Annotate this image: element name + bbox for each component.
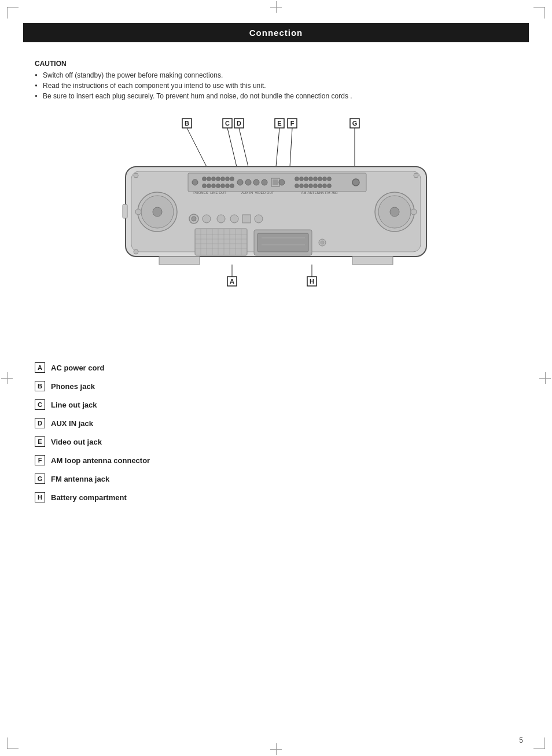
legend-item-H: H Battery compartment (35, 492, 517, 502)
page-number: 5 (519, 736, 523, 744)
svg-point-32 (212, 177, 216, 181)
svg-point-98 (321, 241, 324, 244)
svg-text:C: C (225, 120, 230, 127)
caution-section: CAUTION Switch off (standby) the power b… (35, 60, 517, 100)
svg-point-59 (295, 184, 299, 188)
legend-text-C: Line out jack (51, 401, 97, 409)
svg-point-101 (414, 173, 418, 178)
caution-list: Switch off (standby) the power before ma… (35, 71, 517, 100)
diagram-svg: B C D E F G (91, 118, 461, 303)
svg-point-27 (411, 209, 417, 215)
svg-point-100 (134, 249, 138, 254)
svg-point-31 (207, 177, 211, 181)
svg-point-74 (192, 216, 196, 221)
legend-badge-E: E (35, 436, 45, 447)
svg-line-14 (290, 128, 292, 167)
svg-text:PHONES: PHONES (193, 191, 208, 194)
svg-point-62 (309, 184, 313, 188)
legend-text-B: Phones jack (51, 382, 95, 391)
svg-point-47 (262, 179, 267, 185)
legend-item-F: F AM loop antenna connector (35, 455, 517, 465)
svg-text:B: B (185, 120, 189, 127)
legend-item-E: E Video out jack (35, 436, 517, 447)
svg-point-56 (318, 177, 322, 181)
svg-point-99 (134, 173, 138, 178)
legend-badge-D: D (35, 418, 45, 428)
cross-mark-left (1, 372, 13, 384)
svg-rect-80 (195, 229, 247, 255)
svg-point-34 (221, 177, 225, 181)
svg-point-44 (237, 179, 243, 185)
svg-text:VIDEO OUT: VIDEO OUT (255, 191, 274, 194)
legend-item-B: B Phones jack (35, 381, 517, 391)
svg-point-35 (226, 177, 230, 181)
svg-point-65 (323, 184, 327, 188)
legend-text-G: FM antenna jack (51, 475, 109, 483)
svg-point-22 (153, 207, 162, 216)
svg-point-76 (217, 215, 225, 223)
caution-heading: CAUTION (35, 60, 517, 68)
svg-text:AM-ANTENNA-FM 75Ω: AM-ANTENNA-FM 75Ω (301, 191, 338, 194)
svg-point-42 (226, 184, 230, 188)
connection-diagram: B C D E F G (91, 118, 461, 304)
caution-item-2: Read the instructions of each component … (35, 82, 517, 90)
corner-mark-tl (7, 7, 19, 19)
svg-point-40 (216, 184, 220, 188)
svg-rect-78 (242, 215, 251, 223)
legend-text-E: Video out jack (51, 438, 102, 446)
svg-text:D: D (237, 120, 241, 127)
svg-rect-102 (123, 204, 127, 218)
svg-text:A: A (230, 278, 234, 285)
legend-section: A AC power cord B Phones jack C Line out… (35, 362, 517, 502)
legend-text-A: AC power cord (51, 364, 104, 372)
svg-point-36 (230, 177, 234, 181)
svg-line-8 (239, 128, 248, 167)
svg-point-26 (390, 207, 399, 216)
corner-mark-tr (533, 7, 545, 19)
svg-point-53 (304, 177, 308, 181)
legend-item-C: C Line out jack (35, 399, 517, 410)
svg-rect-94 (257, 233, 308, 252)
legend-badge-B: B (35, 381, 45, 391)
legend-badge-H: H (35, 492, 45, 502)
legend-text-F: AM loop antenna connector (51, 456, 150, 465)
svg-point-37 (203, 184, 207, 188)
cross-mark-bottom (270, 743, 282, 755)
legend-badge-C: C (35, 399, 45, 410)
legend-item-D: D AUX IN jack (35, 418, 517, 428)
caution-item-1: Switch off (standby) the power before ma… (35, 71, 517, 79)
caution-item-3: Be sure to insert each plug securely. To… (35, 92, 517, 100)
svg-point-75 (203, 215, 211, 223)
page-title: Connection (23, 23, 529, 42)
svg-text:LINE OUT: LINE OUT (210, 191, 226, 194)
legend-badge-G: G (35, 474, 45, 484)
svg-point-55 (314, 177, 318, 181)
svg-rect-104 (352, 256, 393, 265)
corner-mark-bl (7, 737, 19, 749)
svg-point-41 (221, 184, 225, 188)
svg-point-43 (230, 184, 234, 188)
cross-mark-right (539, 372, 551, 384)
svg-point-51 (295, 177, 299, 181)
svg-text:AUX IN: AUX IN (241, 191, 253, 194)
svg-point-54 (309, 177, 313, 181)
corner-mark-br (533, 737, 545, 749)
svg-rect-49 (273, 179, 278, 185)
svg-point-33 (216, 177, 220, 181)
svg-point-61 (304, 184, 308, 188)
legend-badge-F: F (35, 455, 45, 465)
svg-line-5 (227, 128, 237, 167)
svg-point-67 (352, 179, 359, 186)
svg-point-63 (314, 184, 318, 188)
svg-text:E: E (277, 120, 281, 127)
svg-point-60 (300, 184, 304, 188)
svg-point-66 (327, 184, 332, 188)
svg-point-50 (279, 179, 285, 185)
legend-item-A: A AC power cord (35, 362, 517, 373)
svg-point-39 (212, 184, 216, 188)
svg-line-2 (187, 128, 207, 167)
svg-point-46 (253, 179, 259, 185)
cross-mark-top (270, 1, 282, 13)
svg-text:G: G (352, 120, 358, 127)
legend-badge-A: A (35, 362, 45, 373)
